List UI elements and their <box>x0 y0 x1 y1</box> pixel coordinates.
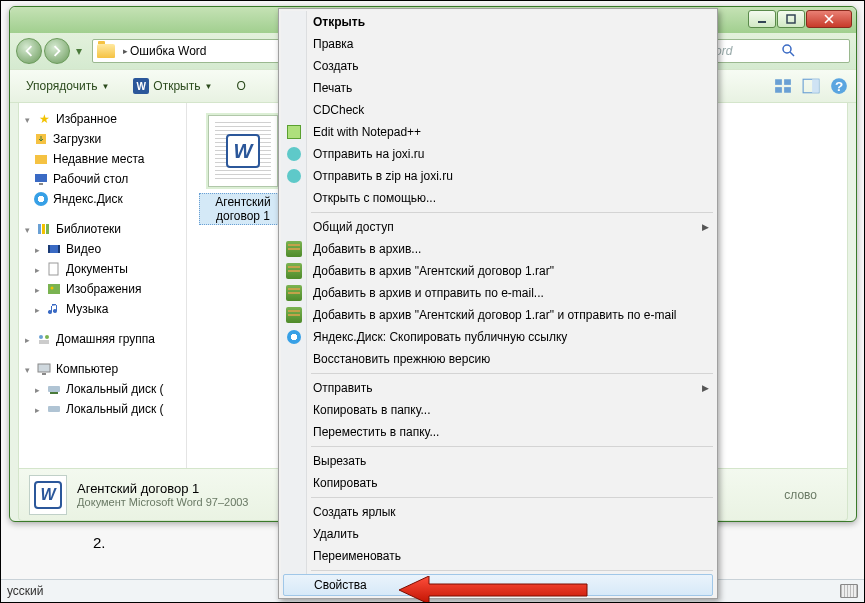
ctx-copy[interactable]: Копировать <box>281 472 715 494</box>
sidebar-item-downloads[interactable]: Загрузки <box>19 129 186 149</box>
libraries-group[interactable]: ▾Библиотеки <box>19 219 186 239</box>
nav-forward-button[interactable] <box>44 38 70 64</box>
yadisk-icon <box>285 328 303 346</box>
disk-icon <box>46 401 62 417</box>
extra-button[interactable]: О <box>228 75 253 97</box>
submenu-arrow-icon: ▶ <box>702 383 709 393</box>
ctx-rar-add[interactable]: Добавить в архив... <box>281 238 715 260</box>
ctx-cdcheck[interactable]: CDCheck <box>281 99 715 121</box>
ctx-print[interactable]: Печать <box>281 77 715 99</box>
ctx-joxi-zip[interactable]: Отправить в zip на joxi.ru <box>281 165 715 187</box>
homegroup-icon <box>36 331 52 347</box>
help-button[interactable]: ? <box>830 77 848 95</box>
npp-icon <box>285 123 303 141</box>
sidebar-item-desktop[interactable]: Рабочий стол <box>19 169 186 189</box>
view-options-button[interactable] <box>774 77 792 95</box>
sidebar-item-yadisk[interactable]: Яндекс.Диск <box>19 189 186 209</box>
search-input[interactable]: ord <box>710 39 850 63</box>
folder-icon <box>97 44 115 58</box>
svg-rect-3 <box>775 79 782 85</box>
ctx-delete[interactable]: Удалить <box>281 523 715 545</box>
svg-rect-6 <box>784 87 791 93</box>
word-icon: W <box>133 78 149 94</box>
svg-rect-8 <box>812 79 819 93</box>
svg-rect-21 <box>48 284 60 294</box>
ctx-sendto[interactable]: Отправить▶ <box>281 377 715 399</box>
ctx-openwith[interactable]: Открыть с помощью... <box>281 187 715 209</box>
file-name[interactable]: Агентскийдоговор 1 <box>199 193 287 225</box>
favorites-group[interactable]: ▾★Избранное <box>19 109 186 129</box>
svg-text:?: ? <box>835 79 843 94</box>
maximize-button[interactable] <box>777 10 805 28</box>
ctx-rar-name-email[interactable]: Добавить в архив "Агентский договор 1.ra… <box>281 304 715 326</box>
organize-button[interactable]: Упорядочить▼ <box>18 75 117 97</box>
sidebar-item-documents[interactable]: ▸Документы <box>19 259 186 279</box>
ctx-share[interactable]: Общий доступ▶ <box>281 216 715 238</box>
ctx-rar-email[interactable]: Добавить в архив и отправить по e-mail..… <box>281 282 715 304</box>
rar-icon <box>285 306 303 324</box>
sidebar-item-disk-c[interactable]: ▸Локальный диск ( <box>19 379 186 399</box>
details-icon: W <box>29 475 67 515</box>
svg-rect-16 <box>46 224 49 234</box>
submenu-arrow-icon: ▶ <box>702 222 709 232</box>
close-button[interactable] <box>806 10 852 28</box>
ctx-moveto[interactable]: Переместить в папку... <box>281 421 715 443</box>
context-menu: Открыть Правка Создать Печать CDCheck Ed… <box>278 8 718 599</box>
ctx-rar-addname[interactable]: Добавить в архив "Агентский договор 1.ra… <box>281 260 715 282</box>
svg-point-23 <box>39 335 43 339</box>
list-number: 2. <box>93 534 106 551</box>
homegroup[interactable]: ▸Домашняя группа <box>19 329 186 349</box>
ctx-cut[interactable]: Вырезать <box>281 450 715 472</box>
svg-point-2 <box>783 45 791 53</box>
sidebar-item-music[interactable]: ▸Музыка <box>19 299 186 319</box>
svg-rect-0 <box>758 21 766 23</box>
ctx-shortcut[interactable]: Создать ярлык <box>281 501 715 523</box>
ctx-rename[interactable]: Переименовать <box>281 545 715 567</box>
yadisk-icon <box>33 191 49 207</box>
ctx-joxi-send[interactable]: Отправить на joxi.ru <box>281 143 715 165</box>
keyboard-icon[interactable] <box>840 584 858 598</box>
ctx-edit[interactable]: Правка <box>281 33 715 55</box>
rar-icon <box>285 240 303 258</box>
ctx-create[interactable]: Создать <box>281 55 715 77</box>
svg-rect-15 <box>42 224 45 234</box>
svg-point-24 <box>45 335 49 339</box>
joxi-icon <box>285 167 303 185</box>
ctx-copyto[interactable]: Копировать в папку... <box>281 399 715 421</box>
desktop-icon <box>33 171 49 187</box>
sidebar-item-recent[interactable]: Недавние места <box>19 149 186 169</box>
rar-icon <box>285 284 303 302</box>
nav-back-button[interactable] <box>16 38 42 64</box>
path-segment[interactable]: ▸Ошибка Word <box>119 40 211 62</box>
sidebar-item-disk-d[interactable]: ▸Локальный диск ( <box>19 399 186 419</box>
svg-rect-13 <box>39 183 43 185</box>
nav-history-dropdown[interactable]: ▾ <box>72 42 86 60</box>
disk-icon <box>46 381 62 397</box>
ctx-yadisk-link[interactable]: Яндекс.Диск: Скопировать публичную ссылк… <box>281 326 715 348</box>
ctx-restore[interactable]: Восстановить прежнюю версию <box>281 348 715 370</box>
preview-pane-button[interactable] <box>802 77 820 95</box>
rar-icon <box>285 262 303 280</box>
details-type: Документ Microsoft Word 97–2003 <box>77 496 249 508</box>
computer-group[interactable]: ▾Компьютер <box>19 359 186 379</box>
svg-rect-19 <box>58 245 60 253</box>
language-text: усский <box>7 584 44 598</box>
file-item[interactable]: W Агентскийдоговор 1 <box>199 115 287 225</box>
joxi-icon <box>285 145 303 163</box>
svg-rect-27 <box>42 373 46 375</box>
sidebar-item-pictures[interactable]: ▸Изображения <box>19 279 186 299</box>
ctx-open[interactable]: Открыть <box>281 11 715 33</box>
svg-rect-30 <box>48 406 60 412</box>
open-button[interactable]: WОткрыть▼ <box>125 74 220 98</box>
recent-icon <box>33 151 49 167</box>
svg-rect-26 <box>38 364 50 372</box>
details-title: Агентский договор 1 <box>77 481 249 496</box>
ctx-npp[interactable]: Edit with Notepad++ <box>281 121 715 143</box>
svg-rect-12 <box>35 174 47 182</box>
minimize-button[interactable] <box>748 10 776 28</box>
sidebar-item-video[interactable]: ▸Видео <box>19 239 186 259</box>
music-icon <box>46 301 62 317</box>
svg-point-22 <box>51 287 54 290</box>
svg-rect-29 <box>50 392 58 394</box>
computer-icon <box>36 361 52 377</box>
